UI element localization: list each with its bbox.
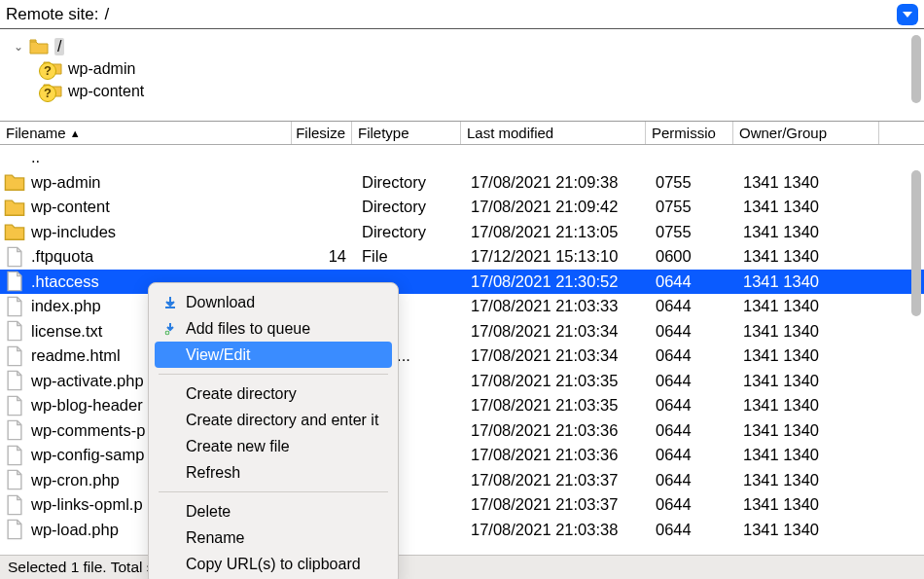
col-header-filename[interactable]: Filename ▲: [0, 122, 292, 144]
file-permissions: 0644: [650, 471, 737, 489]
menu-item-create-directory[interactable]: Create directory: [149, 380, 398, 407]
file-row[interactable]: wp-activate.php-file17/08/2021 21:03:350…: [0, 369, 924, 394]
file-row[interactable]: wp-comments-p-file17/08/2021 21:03:36064…: [0, 418, 924, 444]
file-icon: [4, 246, 25, 268]
file-size: 14: [296, 247, 356, 266]
tree-root-row[interactable]: ⌄ /: [12, 35, 924, 57]
menu-item-refresh[interactable]: Refresh: [149, 459, 398, 486]
file-owner: 1341 1340: [737, 421, 854, 440]
menu-item-delete[interactable]: Delete: [149, 498, 398, 525]
menu-item-create-directory-and-enter-it[interactable]: Create directory and enter it: [149, 407, 398, 433]
file-row[interactable]: wp-links-opml.p-file17/08/2021 21:03:370…: [0, 492, 924, 518]
file-owner: 1341 1340: [737, 198, 854, 216]
file-icon: [4, 445, 25, 466]
file-modified: 17/08/2021 21:03:37: [465, 471, 650, 489]
file-modified: 17/08/2021 21:03:36: [465, 421, 650, 440]
file-owner: 1341 1340: [737, 446, 854, 464]
file-row[interactable]: wp-config-samp-file17/08/2021 21:03:3606…: [0, 443, 924, 468]
menu-item-add-files-to-queue[interactable]: Add files to queue: [149, 315, 398, 342]
file-owner: 1341 1340: [737, 247, 854, 266]
file-owner: 1341 1340: [737, 372, 854, 390]
tree-item-label: wp-content: [68, 83, 144, 100]
col-header-permissions[interactable]: Permissio: [646, 122, 733, 144]
file-permissions: 0644: [650, 272, 737, 291]
menu-item-download[interactable]: Download: [149, 289, 398, 315]
file-permissions: 0644: [650, 421, 737, 440]
file-permissions: 0755: [650, 223, 737, 241]
disclosure-icon[interactable]: ⌄: [12, 40, 25, 54]
menu-item-label: Download: [186, 294, 255, 311]
file-name: wp-includes: [25, 223, 296, 241]
col-header-filesize[interactable]: Filesize: [292, 122, 352, 144]
menu-item-label: Rename: [186, 529, 244, 547]
chevron-down-icon: [902, 9, 913, 20]
file-modified: 17/08/2021 21:09:38: [465, 173, 650, 192]
add-queue-icon: [160, 322, 180, 336]
file-icon: [4, 320, 25, 342]
parent-dir-row[interactable]: ..: [0, 145, 924, 170]
file-icon: [4, 345, 25, 367]
download-icon: [160, 296, 180, 309]
file-permissions: 0755: [650, 173, 737, 192]
file-modified: 17/08/2021 21:09:42: [465, 198, 650, 216]
file-owner: 1341 1340: [737, 272, 854, 291]
tree-item[interactable]: ? wp-admin: [12, 57, 924, 80]
menu-item-view-edit[interactable]: View/Edit: [155, 342, 392, 368]
file-permissions: 0755: [650, 198, 737, 216]
menu-item-label: View/Edit: [186, 346, 250, 364]
file-type: Directory: [356, 173, 465, 192]
file-owner: 1341 1340: [737, 396, 854, 415]
remote-path-input[interactable]: [104, 5, 897, 24]
folder-icon: [4, 197, 25, 218]
file-owner: 1341 1340: [737, 521, 854, 539]
folder-unknown-icon: ?: [41, 82, 62, 101]
file-permissions: 0644: [650, 297, 737, 315]
file-row[interactable]: .ftpquota14File17/12/2021 15:13:10060013…: [0, 244, 924, 270]
file-modified: 17/08/2021 21:13:05: [465, 223, 650, 241]
file-permissions: 0644: [650, 521, 737, 539]
menu-item-label: Delete: [186, 503, 231, 521]
file-row[interactable]: wp-cron.php-file17/08/2021 21:03:3706441…: [0, 468, 924, 493]
file-permissions: 0644: [650, 346, 737, 365]
menu-item-label: Copy URL(s) to clipboard: [186, 556, 361, 573]
menu-item-label: Create directory: [186, 385, 297, 403]
file-owner: 1341 1340: [737, 471, 854, 489]
col-header-owner[interactable]: Owner/Group: [733, 122, 879, 144]
file-row[interactable]: wp-includesDirectory17/08/2021 21:13:050…: [0, 220, 924, 245]
file-row[interactable]: index.php-file17/08/2021 21:03:330644134…: [0, 294, 924, 319]
svg-rect-0: [165, 307, 175, 308]
file-list-header: Filename ▲ Filesize Filetype Last modifi…: [0, 122, 924, 145]
path-dropdown-button[interactable]: [897, 4, 918, 25]
tree-item[interactable]: ? wp-content: [12, 80, 924, 102]
file-row[interactable]: wp-adminDirectory17/08/2021 21:09:380755…: [0, 170, 924, 196]
file-context-menu: DownloadAdd files to queueView/EditCreat…: [148, 282, 399, 579]
folder-unknown-icon: ?: [41, 59, 62, 79]
folder-icon: [29, 39, 49, 54]
tree-scrollbar[interactable]: [911, 35, 921, 103]
menu-item-label: Create new file: [186, 438, 290, 455]
file-modified: 17/08/2021 21:03:38: [465, 521, 650, 539]
file-row[interactable]: .htaccess17/08/2021 21:30:5206441341 134…: [0, 270, 924, 295]
file-type: Directory: [356, 198, 465, 216]
tree-root-label: /: [54, 38, 64, 55]
file-row[interactable]: wp-contentDirectory17/08/2021 21:09:4207…: [0, 195, 924, 220]
file-icon: [4, 469, 25, 490]
col-header-filetype[interactable]: Filetype: [352, 122, 461, 144]
file-row[interactable]: wp-blog-header-file17/08/2021 21:03:3506…: [0, 393, 924, 418]
menu-item-create-new-file[interactable]: Create new file: [149, 433, 398, 459]
list-scrollbar[interactable]: [911, 170, 921, 316]
menu-item-rename[interactable]: Rename: [149, 525, 398, 551]
file-owner: 1341 1340: [737, 346, 854, 365]
status-text: Selected 1 file. Total s: [8, 559, 155, 576]
sort-asc-icon: ▲: [70, 127, 81, 139]
status-bar: Selected 1 file. Total s: [0, 555, 924, 579]
file-row[interactable]: license.txtile17/08/2021 21:03:340644134…: [0, 319, 924, 344]
file-row[interactable]: wp-load.php-file17/08/2021 21:03:3806441…: [0, 518, 924, 543]
remote-site-bar: Remote site:: [0, 0, 924, 29]
menu-item-copy-url-s-to-clipboard[interactable]: Copy URL(s) to clipboard: [149, 551, 398, 577]
file-owner: 1341 1340: [737, 322, 854, 341]
file-row[interactable]: readme.htmlIL do...17/08/2021 21:03:3406…: [0, 344, 924, 369]
file-icon: [4, 494, 25, 516]
menu-separator: [159, 374, 388, 375]
col-header-modified[interactable]: Last modified: [461, 122, 646, 144]
